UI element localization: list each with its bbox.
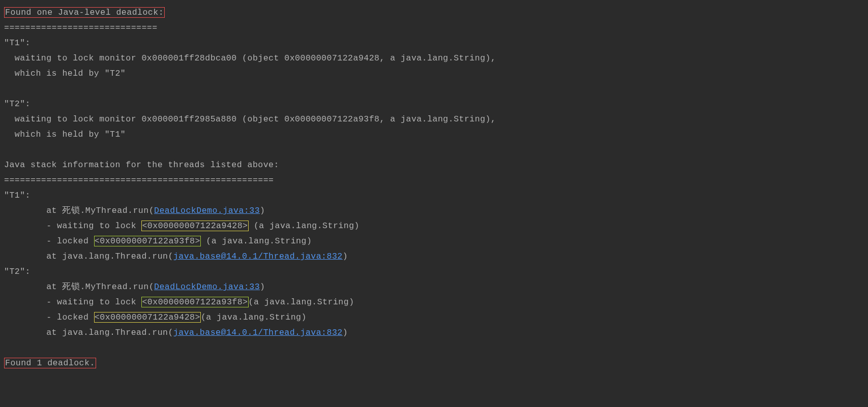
deadlock-footer: Found 1 deadlock. [4, 358, 96, 368]
divider: ========================================… [4, 173, 864, 188]
source-link[interactable]: java.base@14.0.1/Thread.java:832 [173, 252, 343, 261]
stack-t1-waiting: - waiting to lock <0x00000007122a9428> (… [4, 218, 864, 234]
thread-t2-waiting: waiting to lock monitor 0x000001ff2985a8… [4, 112, 864, 127]
lock-address: <0x00000007122a9428> [141, 221, 248, 231]
blank-line [4, 142, 864, 158]
lock-address: <0x00000007122a9428> [94, 312, 201, 323]
thread-t2-heldby: which is held by "T1" [4, 127, 864, 142]
lock-address: <0x00000007122a93f8> [94, 236, 201, 246]
stack-t2-locked: - locked <0x00000007122a9428>(a java.lan… [4, 310, 864, 325]
stack-t2-at1: at 死锁.MyThread.run(DeadLockDemo.java:33) [4, 279, 864, 295]
thread-t1-label: "T1": [4, 36, 864, 51]
deadlock-header: Found one Java-level deadlock: [4, 7, 165, 18]
blank-line [4, 81, 864, 97]
divider: ============================= [4, 20, 864, 36]
stack-header: Java stack information for the threads l… [4, 158, 864, 173]
stack-t1-at2: at java.lang.Thread.run(java.base@14.0.1… [4, 249, 864, 264]
thread-t2-label: "T2": [4, 97, 864, 112]
stack-t2-label: "T2": [4, 264, 864, 279]
lock-address: <0x00000007122a93f8> [141, 297, 248, 307]
source-link[interactable]: DeadLockDemo.java:33 [154, 206, 260, 215]
source-link[interactable]: DeadLockDemo.java:33 [154, 282, 260, 292]
blank-line [4, 340, 864, 356]
thread-t1-waiting: waiting to lock monitor 0x000001ff28dbca… [4, 51, 864, 66]
stack-t1-at1: at 死锁.MyThread.run(DeadLockDemo.java:33) [4, 203, 864, 218]
stack-t1-label: "T1": [4, 188, 864, 203]
source-link[interactable]: java.base@14.0.1/Thread.java:832 [173, 328, 343, 337]
stack-t1-locked: - locked <0x00000007122a93f8> (a java.la… [4, 234, 864, 249]
thread-t1-heldby: which is held by "T2" [4, 66, 864, 81]
stack-t2-at2: at java.lang.Thread.run(java.base@14.0.1… [4, 325, 864, 340]
stack-t2-waiting: - waiting to lock <0x00000007122a93f8>(a… [4, 295, 864, 310]
